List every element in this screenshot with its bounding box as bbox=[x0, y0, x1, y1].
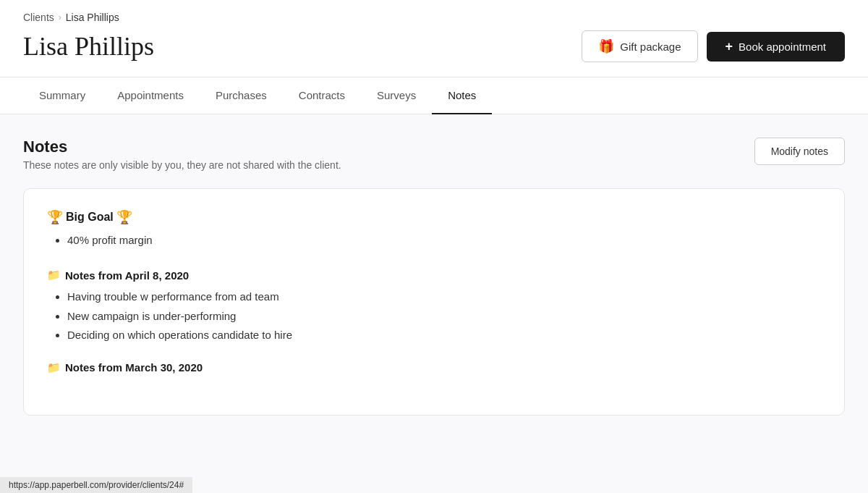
march-notes-heading: 📁 Notes from March 30, 2020 bbox=[47, 361, 821, 374]
folder-icon-march: 📁 bbox=[47, 361, 61, 374]
header-actions: 🎁 Gift package + Book appointment bbox=[582, 30, 845, 62]
april-notes-list: Having trouble w performance from ad tea… bbox=[47, 289, 821, 344]
tab-contracts[interactable]: Contracts bbox=[283, 77, 361, 114]
breadcrumb-parent-link[interactable]: Clients bbox=[23, 12, 54, 23]
april-notes-heading: 📁 Notes from April 8, 2020 bbox=[47, 269, 821, 282]
trophy-icon-right: 🏆 bbox=[116, 209, 132, 225]
tab-surveys[interactable]: Surveys bbox=[361, 77, 432, 114]
tab-purchases[interactable]: Purchases bbox=[200, 77, 283, 114]
tab-notes[interactable]: Notes bbox=[432, 77, 492, 114]
list-item: Having trouble w performance from ad tea… bbox=[67, 289, 821, 306]
book-appointment-label: Book appointment bbox=[739, 41, 826, 53]
notes-section-april: 📁 Notes from April 8, 2020 Having troubl… bbox=[47, 269, 821, 344]
march-notes-label: Notes from March 30, 2020 bbox=[65, 361, 203, 374]
header-row: Lisa Phillips 🎁 Gift package + Book appo… bbox=[23, 30, 845, 77]
folder-icon-april: 📁 bbox=[47, 269, 61, 282]
trophy-icon-left: 🏆 bbox=[47, 209, 63, 225]
big-goal-heading: 🏆 Big Goal 🏆 bbox=[47, 209, 821, 225]
gift-package-button[interactable]: 🎁 Gift package bbox=[582, 30, 697, 62]
tab-summary[interactable]: Summary bbox=[23, 77, 101, 114]
gift-package-label: Gift package bbox=[620, 41, 681, 53]
list-item: 40% profit margin bbox=[67, 232, 821, 249]
modify-notes-button[interactable]: Modify notes bbox=[754, 138, 845, 165]
breadcrumb-separator: › bbox=[59, 12, 61, 22]
big-goal-list: 40% profit margin bbox=[47, 232, 821, 249]
big-goal-label: Big Goal bbox=[66, 211, 114, 224]
status-bar: https://app.paperbell.com/provider/clien… bbox=[0, 477, 192, 493]
main-content: Notes These notes are only visible by yo… bbox=[0, 114, 868, 416]
notes-section-march: 📁 Notes from March 30, 2020 bbox=[47, 361, 821, 374]
book-appointment-button[interactable]: + Book appointment bbox=[707, 32, 845, 62]
gift-icon: 🎁 bbox=[598, 38, 614, 54]
page-title: Lisa Phillips bbox=[23, 31, 154, 62]
breadcrumb-current: Lisa Phillips bbox=[66, 12, 119, 23]
top-bar: Clients › Lisa Phillips Lisa Phillips 🎁 … bbox=[0, 0, 868, 77]
notes-section-big-goal: 🏆 Big Goal 🏆 40% profit margin bbox=[47, 209, 821, 249]
breadcrumb: Clients › Lisa Phillips bbox=[23, 12, 845, 23]
april-notes-label: Notes from April 8, 2020 bbox=[65, 269, 189, 282]
tab-appointments[interactable]: Appointments bbox=[101, 77, 200, 114]
list-item: Deciding on which operations candidate t… bbox=[67, 327, 821, 344]
notes-subtitle: These notes are only visible by you, the… bbox=[23, 159, 341, 171]
plus-icon: + bbox=[726, 39, 733, 54]
list-item: New campaign is under-performing bbox=[67, 308, 821, 325]
notes-header: Notes These notes are only visible by yo… bbox=[23, 138, 845, 171]
notes-title: Notes bbox=[23, 138, 341, 156]
notes-card: 🏆 Big Goal 🏆 40% profit margin 📁 Notes f… bbox=[23, 188, 845, 416]
tabs-bar: Summary Appointments Purchases Contracts… bbox=[0, 77, 868, 114]
notes-title-block: Notes These notes are only visible by yo… bbox=[23, 138, 341, 171]
